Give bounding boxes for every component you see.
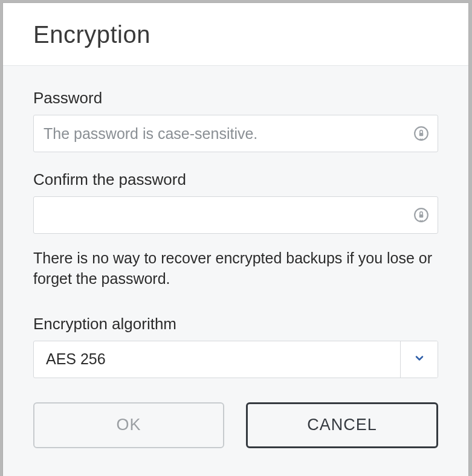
cancel-button[interactable]: CANCEL [246,402,438,448]
algorithm-field-group: Encryption algorithm AES 256 [33,315,438,378]
warning-text: There is no way to recover encrypted bac… [33,248,438,289]
algorithm-select[interactable]: AES 256 [33,341,438,378]
password-input[interactable] [34,115,438,152]
algorithm-selected-value: AES 256 [34,341,400,378]
dialog-body: Password Confirm the password [3,66,468,466]
confirm-password-label: Confirm the password [33,170,438,189]
confirm-password-input-wrapper [33,196,438,234]
ok-button[interactable]: OK [33,402,224,448]
algorithm-dropdown-toggle[interactable] [400,341,438,378]
encryption-dialog: Encryption Password Confirm the password [3,3,468,476]
dialog-title: Encryption [33,21,438,48]
confirm-password-field-group: Confirm the password [33,170,438,234]
algorithm-label: Encryption algorithm [33,315,438,333]
chevron-down-icon [413,352,425,367]
password-field-group: Password [33,89,438,152]
password-input-wrapper [33,115,438,152]
dialog-header: Encryption [3,3,468,66]
confirm-password-input[interactable] [34,197,438,233]
password-label: Password [33,89,438,108]
dialog-button-row: OK CANCEL [33,402,438,448]
